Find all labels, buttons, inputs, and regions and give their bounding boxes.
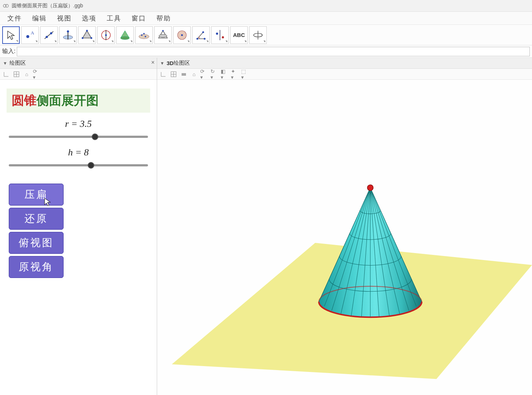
text-icon: ABC [233,32,245,38]
chevron-down-icon [244,41,246,42]
tool-net[interactable] [173,26,191,44]
svg-point-6 [50,32,52,34]
menu-bar: 文件 编辑 视图 选项 工具 窗口 帮助 [0,12,532,25]
grid3d-toggle-icon[interactable] [170,70,178,78]
3d-panel-toolbar: ⌂ ⟳ ▾ ↻ ▾ ◧ ▾ ✦ ▾ ⬚ ▾ [157,69,532,80]
view-direction-icon[interactable]: ⬚ ▾ [241,70,249,78]
applet-title: 圆锥侧面展开图 [7,89,150,113]
svg-point-29 [216,33,218,35]
menu-file[interactable]: 文件 [2,12,27,24]
home-icon[interactable]: ⌂ [23,70,31,78]
svg-point-26 [202,31,204,33]
axes-toggle-icon[interactable] [2,70,10,78]
input-bar: 输入: [0,45,532,58]
3d-graphics-panel-title: 绘图区 [174,60,190,67]
slider-r-thumb[interactable] [92,133,98,140]
svg-point-1 [5,4,8,7]
svg-point-9 [67,30,69,33]
chevron-down-icon [168,41,170,42]
action-buttons: 压扁 还原 俯视图 原视角 [9,184,64,278]
chevron-down-icon [263,41,265,42]
graphics-panel: ▼ 绘图区 × ⌂ ⟳ ▾ 圆锥侧面展开图 r = 3.5 h = 8 [0,58,157,395]
chevron-down-icon [16,40,18,42]
rotate-anim-icon[interactable]: ↻ ▾ [210,70,218,78]
flatten-button[interactable]: 压扁 [9,184,64,206]
chevron-down-icon [54,41,56,42]
svg-rect-43 [182,73,186,76]
menu-edit[interactable]: 编辑 [27,12,52,24]
slider-h[interactable] [9,160,148,170]
svg-line-4 [45,31,53,39]
slider-r-label: r = 3.5 [0,118,157,129]
menu-options[interactable]: 选项 [77,12,102,24]
graphics-panel-toolbar: ⌂ ⟳ ▾ [0,69,157,80]
collapse-icon: ▼ [3,61,7,66]
tool-angle[interactable] [192,26,210,44]
close-icon[interactable]: × [151,59,155,66]
chevron-down-icon [130,41,132,42]
graphics-canvas[interactable]: 圆锥侧面展开图 r = 3.5 h = 8 压扁 还原 俯视图 原视角 [0,80,157,395]
tool-perpendicular[interactable] [59,26,77,44]
cone-scene-icon [157,80,532,395]
svg-point-24 [181,34,183,36]
applet-title-part1: 圆锥 [12,94,37,107]
svg-point-58 [367,185,373,191]
svg-point-30 [222,36,224,38]
svg-point-18 [141,34,142,36]
top-view-button[interactable]: 俯视图 [9,232,64,254]
point-capture-icon[interactable]: ⟳ ▾ [33,70,41,78]
slider-h-thumb[interactable] [88,162,94,169]
orig-view-button[interactable]: 原视角 [9,256,64,278]
grid-toggle-icon[interactable] [12,70,20,78]
svg-point-20 [143,33,145,34]
applet-title-part2: 侧面展开图 [37,94,99,107]
slider-r[interactable] [9,132,148,142]
tool-circle[interactable] [97,26,115,44]
plane-toggle-icon[interactable] [180,70,188,78]
svg-point-11 [91,37,92,39]
graphics-panel-header[interactable]: ▼ 绘图区 × [0,58,157,69]
svg-point-17 [139,34,149,39]
chevron-down-icon [149,41,151,42]
window-title: 圆锥侧面展开图（压扁版）.ggb [12,3,83,9]
svg-point-12 [82,37,84,39]
command-input[interactable] [17,47,530,56]
clipping-icon[interactable]: ✦ ▾ [231,70,239,78]
svg-point-2 [26,35,29,38]
tool-move[interactable] [2,26,20,44]
menu-view[interactable]: 视图 [52,12,77,24]
tool-polygon[interactable] [78,26,96,44]
chevron-down-icon [187,41,189,42]
title-bar: 圆锥侧面展开图（压扁版）.ggb [0,0,532,12]
app-icon [3,3,9,9]
tool-line[interactable] [40,26,58,44]
menu-help[interactable]: 帮助 [151,12,176,24]
svg-point-22 [162,30,164,31]
menu-tools[interactable]: 工具 [102,12,126,24]
tool-text[interactable]: ABC [230,26,248,44]
chevron-down-icon [73,41,75,42]
chevron-down-icon [225,41,227,42]
restore-button[interactable]: 还原 [9,208,64,230]
tool-solid[interactable] [116,26,134,44]
tool-sphere[interactable] [135,26,153,44]
svg-point-15 [105,34,107,36]
home3d-icon[interactable]: ⌂ [190,70,198,78]
svg-point-5 [46,36,48,38]
chevron-down-icon [206,41,208,42]
tool-intersect[interactable] [154,26,172,44]
3d-canvas[interactable] [157,80,532,395]
3d-graphics-panel-header[interactable]: ▼ 3D 绘图区 [157,58,532,69]
tool-rotate-view[interactable] [249,26,267,44]
menu-window[interactable]: 窗口 [126,12,151,24]
tool-point[interactable]: A [21,26,39,44]
axes3d-toggle-icon[interactable] [159,70,167,78]
chevron-down-icon [35,41,37,42]
point-capture3d-icon[interactable]: ⟳ ▾ [200,70,208,78]
projection-icon[interactable]: ◧ ▾ [221,70,229,78]
collapse-icon: ▼ [160,61,164,66]
svg-point-25 [197,38,198,40]
svg-point-10 [86,30,88,31]
slider-h-label: h = 8 [0,147,157,158]
tool-transform[interactable] [211,26,229,44]
